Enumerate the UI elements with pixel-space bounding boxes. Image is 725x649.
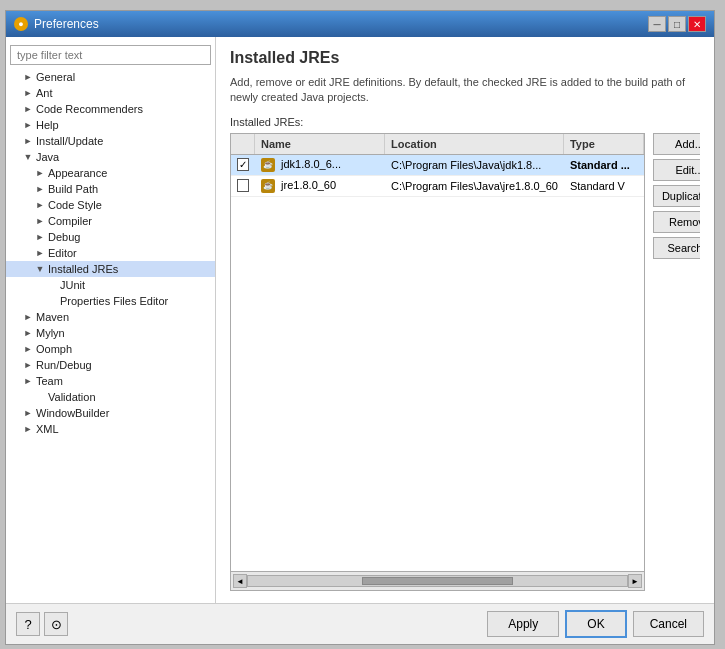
- arrow-icon: [34, 167, 46, 179]
- duplicate-button[interactable]: Duplicate...: [653, 185, 700, 207]
- jre-type: Standard ...: [564, 156, 644, 174]
- jre-location: C:\Program Files\Java\jdk1.8...: [385, 156, 564, 174]
- arrow-icon: [34, 247, 46, 259]
- cancel-button[interactable]: Cancel: [633, 611, 704, 637]
- arrow-icon: [34, 231, 46, 243]
- window-controls: ─ □ ✕: [648, 16, 706, 32]
- bottom-bar: ? ⊙ Apply OK Cancel: [6, 603, 714, 644]
- sidebar-item-junit[interactable]: JUnit: [6, 277, 215, 293]
- sidebar-item-help[interactable]: Help: [6, 117, 215, 133]
- col-header-checkbox: [231, 134, 255, 154]
- arrow-icon: [34, 199, 46, 211]
- sidebar-item-code-style[interactable]: Code Style: [6, 197, 215, 213]
- sidebar-item-build-path[interactable]: Build Path: [6, 181, 215, 197]
- installed-jres-label: Installed JREs:: [230, 116, 700, 128]
- ok-button[interactable]: OK: [565, 610, 626, 638]
- arrow-icon: [34, 263, 46, 275]
- checkbox-checked-icon: ✓: [237, 158, 249, 171]
- table-header: Name Location Type: [231, 134, 644, 155]
- window-title: Preferences: [34, 17, 99, 31]
- sidebar-item-run-debug[interactable]: Run/Debug: [6, 357, 215, 373]
- sidebar-item-validation[interactable]: Validation: [6, 389, 215, 405]
- filter-input[interactable]: [10, 45, 211, 65]
- sidebar-item-label: Mylyn: [36, 327, 65, 339]
- row-checkbox[interactable]: [231, 176, 255, 195]
- sidebar-item-label: Editor: [48, 247, 77, 259]
- remove-button[interactable]: Remove: [653, 211, 700, 233]
- arrow-icon: [22, 119, 34, 131]
- arrow-icon: [22, 375, 34, 387]
- arrow-icon: [22, 103, 34, 115]
- sidebar-item-editor[interactable]: Editor: [6, 245, 215, 261]
- arrow-icon: [22, 151, 34, 163]
- arrow-icon: [22, 407, 34, 419]
- sidebar-item-label: Compiler: [48, 215, 92, 227]
- help-button[interactable]: ?: [16, 612, 40, 636]
- arrow-icon: [22, 359, 34, 371]
- apply-button[interactable]: Apply: [487, 611, 559, 637]
- sidebar-item-label: Validation: [48, 391, 96, 403]
- titlebar-left: ● Preferences: [14, 17, 99, 31]
- edit-button[interactable]: Edit...: [653, 159, 700, 181]
- horizontal-scrollbar[interactable]: [247, 575, 628, 587]
- sidebar-item-installed-jres[interactable]: Installed JREs: [6, 261, 215, 277]
- search-button[interactable]: Search...: [653, 237, 700, 259]
- row-checkbox[interactable]: ✓: [231, 155, 255, 174]
- jre-name: ☕ jre1.8.0_60: [255, 176, 385, 196]
- action-buttons: Add... Edit... Duplicate... Remove Searc…: [653, 133, 700, 591]
- sidebar-item-label: JUnit: [60, 279, 85, 291]
- sidebar-item-java[interactable]: Java: [6, 149, 215, 165]
- sidebar-item-mylyn[interactable]: Mylyn: [6, 325, 215, 341]
- sidebar-item-install-update[interactable]: Install/Update: [6, 133, 215, 149]
- right-panel: Installed JREs Add, remove or edit JRE d…: [216, 37, 714, 603]
- sidebar-item-label: Code Recommenders: [36, 103, 143, 115]
- arrow-icon: [22, 311, 34, 323]
- jre-icon: ☕: [261, 179, 275, 193]
- table-area: Name Location Type ✓ ☕ j: [230, 133, 700, 591]
- sidebar-item-window-builder[interactable]: WindowBuilder: [6, 405, 215, 421]
- sidebar-item-label: Code Style: [48, 199, 102, 211]
- arrow-icon: [22, 71, 34, 83]
- minimize-button[interactable]: ─: [648, 16, 666, 32]
- main-content: General Ant Code Recommenders Help Insta…: [6, 37, 714, 603]
- sidebar-item-oomph[interactable]: Oomph: [6, 341, 215, 357]
- titlebar: ● Preferences ─ □ ✕: [6, 11, 714, 37]
- sidebar-item-compiler[interactable]: Compiler: [6, 213, 215, 229]
- table-row[interactable]: ✓ ☕ jdk1.8.0_6... C:\Program Files\Java\…: [231, 155, 644, 176]
- sidebar-item-general[interactable]: General: [6, 69, 215, 85]
- close-button[interactable]: ✕: [688, 16, 706, 32]
- bottom-right-buttons: Apply OK Cancel: [487, 610, 704, 638]
- jre-name: ☕ jdk1.8.0_6...: [255, 155, 385, 175]
- jre-table-container: Name Location Type ✓ ☕ j: [230, 133, 645, 591]
- scroll-left-button[interactable]: ◄: [233, 574, 247, 588]
- arrow-icon: [22, 423, 34, 435]
- sidebar-item-label: Properties Files Editor: [60, 295, 168, 307]
- arrow-icon: [34, 183, 46, 195]
- table-row[interactable]: ☕ jre1.8.0_60 C:\Program Files\Java\jre1…: [231, 176, 644, 197]
- sidebar-item-appearance[interactable]: Appearance: [6, 165, 215, 181]
- sidebar-item-ant[interactable]: Ant: [6, 85, 215, 101]
- panel-description: Add, remove or edit JRE definitions. By …: [230, 75, 700, 106]
- sidebar-item-label: Team: [36, 375, 63, 387]
- sidebar-item-code-recommenders[interactable]: Code Recommenders: [6, 101, 215, 117]
- add-button[interactable]: Add...: [653, 133, 700, 155]
- sidebar-item-maven[interactable]: Maven: [6, 309, 215, 325]
- scrollbar-thumb[interactable]: [362, 577, 514, 585]
- sidebar-item-label: Build Path: [48, 183, 98, 195]
- arrow-icon: [22, 135, 34, 147]
- preferences-button[interactable]: ⊙: [44, 612, 68, 636]
- preferences-window: ● Preferences ─ □ ✕ General Ant Code Rec: [5, 10, 715, 645]
- sidebar-item-team[interactable]: Team: [6, 373, 215, 389]
- bottom-left-icons: ? ⊙: [16, 612, 68, 636]
- sidebar-item-properties-files-editor[interactable]: Properties Files Editor: [6, 293, 215, 309]
- sidebar-item-debug[interactable]: Debug: [6, 229, 215, 245]
- sidebar-item-label: Oomph: [36, 343, 72, 355]
- sidebar-item-label: Appearance: [48, 167, 107, 179]
- maximize-button[interactable]: □: [668, 16, 686, 32]
- sidebar-item-xml[interactable]: XML: [6, 421, 215, 437]
- sidebar-item-label: Maven: [36, 311, 69, 323]
- sidebar-item-label: Install/Update: [36, 135, 103, 147]
- scroll-right-button[interactable]: ►: [628, 574, 642, 588]
- jre-type: Standard V: [564, 177, 644, 195]
- arrow-icon: [22, 87, 34, 99]
